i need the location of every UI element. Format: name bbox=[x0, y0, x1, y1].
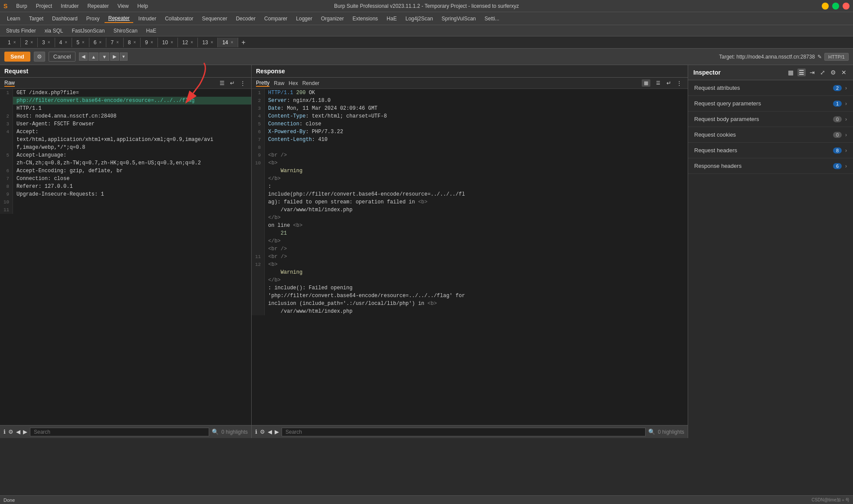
nav-repeater[interactable]: Repeater bbox=[105, 14, 133, 23]
menu-intruder[interactable]: Intruder bbox=[59, 2, 80, 10]
response-icon-wrap[interactable]: ↵ bbox=[665, 79, 673, 87]
response-view-icon-grid[interactable]: ▦ bbox=[642, 79, 650, 87]
tab-13[interactable]: 13 × bbox=[198, 38, 218, 47]
plugin-xiasql[interactable]: xia SQL bbox=[42, 27, 66, 34]
request-icon-wrap[interactable]: ↵ bbox=[229, 79, 236, 87]
tab-4[interactable]: 4 × bbox=[55, 38, 72, 47]
inspector-settings-icon[interactable]: ⚙ bbox=[829, 69, 837, 76]
plugin-fastjson[interactable]: FastJsonScan bbox=[69, 27, 107, 34]
target-edit-icon[interactable]: ✎ bbox=[817, 54, 822, 60]
response-tab-hex[interactable]: Hex bbox=[289, 80, 298, 86]
plugin-struts[interactable]: Struts Finder bbox=[3, 27, 39, 34]
send-options-button[interactable]: ⚙ bbox=[34, 52, 45, 62]
nav-proxy[interactable]: Proxy bbox=[83, 15, 103, 23]
forward-arrow[interactable]: ▶ bbox=[110, 52, 119, 61]
close-button[interactable] bbox=[843, 3, 850, 10]
plugin-shiro[interactable]: ShiroScan bbox=[111, 27, 140, 34]
resp-search-fwd-icon[interactable]: ▶ bbox=[275, 429, 279, 435]
menu-view[interactable]: View bbox=[116, 2, 131, 10]
tab-8-close[interactable]: × bbox=[133, 40, 136, 45]
req-search-fwd-icon[interactable]: ▶ bbox=[23, 429, 27, 435]
tab-1[interactable]: 1 × bbox=[3, 38, 21, 47]
tab-7[interactable]: 7 × bbox=[106, 38, 124, 47]
dropdown-arrow[interactable]: ▾ bbox=[120, 52, 128, 61]
resp-search-info-icon[interactable]: ℹ bbox=[255, 429, 257, 435]
resp-search-back-icon[interactable]: ◀ bbox=[268, 429, 272, 435]
response-code-area[interactable]: 1 HTTP/1.1 200 OK 2 Server: nginx/1.18.0… bbox=[252, 89, 688, 425]
minimize-button[interactable] bbox=[822, 3, 829, 10]
resp-search-settings-icon[interactable]: ⚙ bbox=[260, 429, 265, 435]
forward-arrow-up[interactable]: ▲ bbox=[89, 52, 98, 61]
nav-springvulscan[interactable]: SpringVulScan bbox=[438, 15, 479, 23]
inspector-row-body-params[interactable]: Request body parameters 0 › bbox=[688, 111, 853, 127]
menu-help[interactable]: Help bbox=[136, 2, 150, 10]
back-arrow[interactable]: ◀ bbox=[79, 52, 88, 61]
tab-add-button[interactable]: + bbox=[238, 37, 249, 48]
tab-14-close[interactable]: × bbox=[231, 40, 233, 45]
nav-log4j2scan[interactable]: Log4j2Scan bbox=[402, 15, 436, 23]
response-view-icon-list[interactable]: ☰ bbox=[654, 79, 663, 87]
request-tab-raw[interactable]: Raw bbox=[4, 80, 15, 87]
tab-4-close[interactable]: × bbox=[65, 40, 67, 45]
tab-3[interactable]: 3 × bbox=[38, 38, 55, 47]
request-code-area[interactable]: 1 GET /index.php?file= php://filter/conv… bbox=[0, 89, 251, 425]
tab-2[interactable]: 2 × bbox=[21, 38, 38, 47]
tab-3-close[interactable]: × bbox=[48, 40, 50, 45]
nav-logger[interactable]: Logger bbox=[292, 15, 315, 23]
response-search-input[interactable] bbox=[282, 428, 646, 436]
nav-hae[interactable]: HaE bbox=[383, 15, 400, 23]
nav-learn[interactable]: Learn bbox=[3, 15, 24, 23]
tab-5[interactable]: 5 × bbox=[72, 38, 89, 47]
tab-9[interactable]: 9 × bbox=[141, 38, 158, 47]
cancel-button[interactable]: Cancel bbox=[49, 52, 75, 62]
menu-burp[interactable]: Burp bbox=[14, 2, 29, 10]
tab-8[interactable]: 8 × bbox=[124, 38, 141, 47]
tab-14[interactable]: 14 × bbox=[218, 38, 238, 47]
tab-1-close[interactable]: × bbox=[13, 40, 16, 45]
req-search-settings-icon[interactable]: ⚙ bbox=[8, 429, 13, 435]
tab-12[interactable]: 12 × bbox=[178, 38, 198, 47]
nav-organizer[interactable]: Organizer bbox=[318, 15, 348, 23]
plugin-hae[interactable]: HaE bbox=[144, 27, 159, 34]
send-button[interactable]: Send bbox=[4, 52, 30, 62]
req-search-info-icon[interactable]: ℹ bbox=[3, 429, 6, 435]
nav-intruder[interactable]: Intruder bbox=[135, 15, 160, 23]
nav-target[interactable]: Target bbox=[26, 15, 47, 23]
response-tab-render[interactable]: Render bbox=[302, 80, 319, 86]
tab-10-close[interactable]: × bbox=[171, 40, 173, 45]
nav-dashboard[interactable]: Dashboard bbox=[49, 15, 81, 23]
tab-6-close[interactable]: × bbox=[99, 40, 102, 45]
tab-12-close[interactable]: × bbox=[190, 40, 193, 45]
response-tab-raw[interactable]: Raw bbox=[274, 80, 284, 86]
response-icon-more[interactable]: ⋮ bbox=[675, 79, 683, 87]
inspector-row-cookies[interactable]: Request cookies 0 › bbox=[688, 127, 853, 143]
tab-2-close[interactable]: × bbox=[30, 40, 33, 45]
tab-13-close[interactable]: × bbox=[211, 40, 213, 45]
inspector-row-req-headers[interactable]: Request headers 8 › bbox=[688, 143, 853, 158]
response-tab-pretty[interactable]: Pretty bbox=[256, 80, 269, 87]
nav-sequencer[interactable]: Sequencer bbox=[199, 15, 231, 23]
tab-6[interactable]: 6 × bbox=[89, 38, 107, 47]
request-search-input[interactable] bbox=[30, 428, 209, 436]
inspector-row-resp-headers[interactable]: Response headers 6 › bbox=[688, 158, 853, 174]
nav-settings[interactable]: Setti... bbox=[481, 15, 503, 23]
nav-collaborator[interactable]: Collaborator bbox=[161, 15, 197, 23]
tab-5-close[interactable]: × bbox=[82, 40, 85, 45]
tab-10[interactable]: 10 × bbox=[158, 38, 178, 47]
req-search-back-icon[interactable]: ◀ bbox=[16, 429, 20, 435]
inspector-row-request-attributes[interactable]: Request attributes 2 › bbox=[688, 80, 853, 96]
inspector-close-icon[interactable]: ✕ bbox=[840, 69, 848, 76]
nav-extensions[interactable]: Extensions bbox=[349, 15, 381, 23]
inspector-view-lines[interactable]: ☰ bbox=[797, 69, 806, 76]
maximize-button[interactable] bbox=[832, 3, 839, 10]
nav-decoder[interactable]: Decoder bbox=[233, 15, 259, 23]
inspector-view-expand[interactable]: ⤢ bbox=[819, 69, 827, 76]
menu-repeater[interactable]: Repeater bbox=[85, 2, 110, 10]
inspector-view-grid[interactable]: ▦ bbox=[787, 69, 795, 76]
tab-7-close[interactable]: × bbox=[116, 40, 119, 45]
inspector-row-query-params[interactable]: Request query parameters 1 › bbox=[688, 96, 853, 111]
inspector-view-indent[interactable]: ⇥ bbox=[808, 69, 816, 76]
request-icon-more[interactable]: ⋮ bbox=[239, 79, 247, 87]
tab-9-close[interactable]: × bbox=[151, 40, 153, 45]
http-version-badge[interactable]: HTTP/1 bbox=[824, 53, 849, 61]
